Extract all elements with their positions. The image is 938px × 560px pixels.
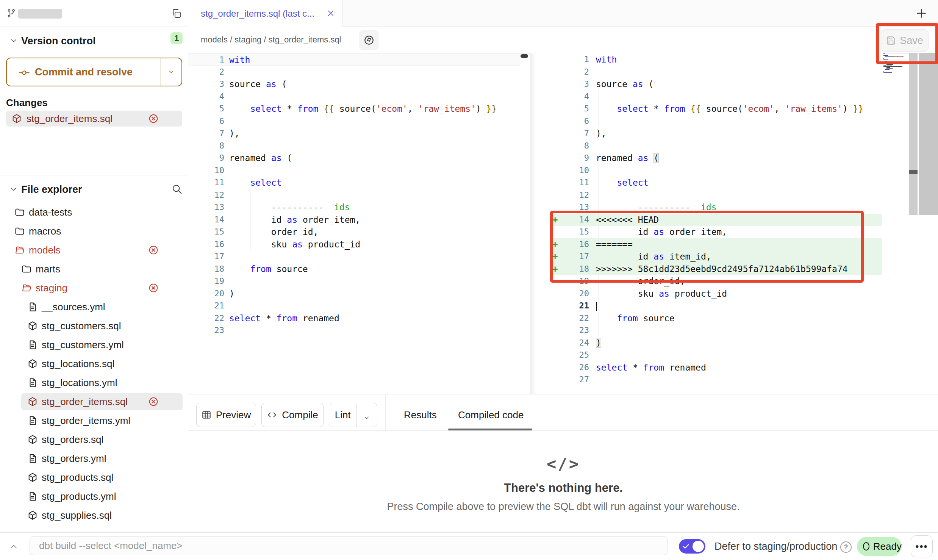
- code-line-18[interactable]: 18 from source: [188, 263, 520, 275]
- code-line-8[interactable]: 8: [530, 140, 883, 152]
- chevron-up-icon[interactable]: [8, 542, 19, 551]
- lint-split-button[interactable]: Lint: [329, 403, 377, 427]
- editor-scrollbar-track[interactable]: [909, 53, 918, 215]
- file-tree-item-marts[interactable]: marts: [0, 260, 188, 278]
- code-line-3[interactable]: 3source as (: [530, 78, 883, 91]
- code-line-22[interactable]: 22select * from renamed: [188, 312, 520, 325]
- tab-compiled-code[interactable]: Compiled code: [458, 409, 524, 421]
- code-line-22[interactable]: 22 from source: [530, 312, 883, 325]
- file-tree-item-stg_customers.yml[interactable]: stg_customers.yml: [0, 335, 188, 354]
- code-line-5[interactable]: 5 select * from {{ source('ecom', 'raw_i…: [188, 103, 520, 115]
- search-icon[interactable]: [171, 183, 183, 195]
- code-line-6[interactable]: 6: [530, 115, 883, 128]
- file-tree-item-stg_customers.sql[interactable]: stg_customers.sql: [0, 316, 188, 335]
- line-number: 21: [188, 300, 224, 312]
- code-line-2[interactable]: 2: [530, 66, 883, 78]
- code-line-1[interactable]: 1with: [188, 53, 520, 66]
- close-icon[interactable]: [327, 9, 335, 17]
- file-name: stg_order_items.yml: [42, 415, 130, 427]
- code-line-26[interactable]: 26select * from renamed: [530, 361, 883, 374]
- lint-dropdown-button[interactable]: [356, 403, 377, 427]
- file-tree-item-stg_orders.yml[interactable]: stg_orders.yml: [0, 449, 188, 468]
- code-line-9[interactable]: 9renamed as (: [188, 152, 520, 164]
- code-line-20[interactable]: 20): [188, 288, 520, 300]
- commit-and-resolve-button[interactable]: Commit and resolve: [6, 58, 182, 86]
- code-line-9[interactable]: 9renamed as (: [530, 152, 883, 164]
- lint-button-label[interactable]: Lint: [329, 409, 356, 421]
- code-line-19[interactable]: 19: [188, 275, 520, 288]
- code-line-11[interactable]: 11 select: [530, 177, 883, 189]
- file-tree-item-stg_products.yml[interactable]: stg_products.yml: [0, 487, 188, 506]
- code-line-1[interactable]: 1with: [530, 53, 883, 66]
- code-line-7[interactable]: 7),: [188, 127, 520, 140]
- file-tree-item-stg_locations.sql[interactable]: stg_locations.sql: [0, 354, 188, 373]
- code-line-5[interactable]: 5 select * from {{ source('ecom', 'raw_i…: [530, 103, 883, 115]
- code-line-14[interactable]: 14 id as order_item,: [188, 214, 520, 226]
- tab-results[interactable]: Results: [404, 409, 437, 421]
- file-tree-item-stg_locations.yml[interactable]: stg_locations.yml: [0, 373, 188, 392]
- chevron-down-icon[interactable]: [9, 186, 18, 193]
- code-line-21[interactable]: 21: [188, 300, 520, 312]
- code-line-12[interactable]: 12: [530, 189, 883, 202]
- code-line-11[interactable]: 11 select: [188, 177, 520, 189]
- code-line-16[interactable]: 16 sku as product_id: [188, 238, 520, 251]
- command-input[interactable]: [30, 536, 668, 555]
- code-line-24[interactable]: 24): [530, 337, 883, 349]
- file-tree-item-models[interactable]: models: [0, 241, 188, 260]
- more-options-button[interactable]: •••: [911, 535, 933, 557]
- compile-button[interactable]: Compile: [261, 403, 324, 427]
- line-number: 11: [530, 177, 589, 189]
- code-line-4[interactable]: 4: [530, 91, 883, 103]
- defer-toggle[interactable]: [679, 539, 705, 554]
- tab-stg-order-items[interactable]: stg_order_items.sql (last c...: [188, 0, 343, 27]
- window-scrollbar-track[interactable]: [919, 53, 938, 215]
- code-line-17[interactable]: 17: [188, 250, 520, 263]
- code-line-3[interactable]: 3source as (: [188, 78, 520, 91]
- file-tree-item-stg_order_items.yml[interactable]: stg_order_items.yml: [0, 411, 188, 430]
- file-tree-item-stg_supplies.sql[interactable]: stg_supplies.sql: [0, 506, 188, 525]
- code-line-25[interactable]: 25: [530, 349, 883, 361]
- code-line-8[interactable]: 8: [188, 140, 520, 152]
- editor-scrollbar-thumb[interactable]: [521, 54, 528, 58]
- code-line-4[interactable]: 4: [188, 91, 520, 103]
- code-line-2[interactable]: 2: [188, 66, 520, 78]
- commit-dropdown-button[interactable]: [161, 58, 181, 86]
- code-line-21[interactable]: 21: [530, 300, 883, 312]
- file-tree-item-__sources.yml[interactable]: __sources.yml: [0, 297, 188, 316]
- file-tree-item-stg_orders.sql[interactable]: stg_orders.sql: [0, 430, 188, 449]
- code-line-6[interactable]: 6: [188, 115, 520, 128]
- git-branch-icon[interactable]: [7, 9, 16, 18]
- discard-change-icon[interactable]: [148, 113, 159, 124]
- discard-change-icon[interactable]: [148, 283, 159, 293]
- code-line-23[interactable]: 23: [530, 324, 883, 337]
- copy-icon[interactable]: [171, 8, 182, 19]
- editor-scrollbar-thumb[interactable]: [909, 170, 918, 174]
- code-line-7[interactable]: 7),: [530, 127, 883, 140]
- chevron-down-icon[interactable]: [9, 37, 18, 45]
- code-line-20[interactable]: 20 sku as product_id: [530, 288, 883, 300]
- new-tab-plus-icon[interactable]: [915, 7, 927, 19]
- code-line-12[interactable]: 12: [188, 189, 520, 202]
- commit-button-label: Commit and resolve: [35, 58, 133, 86]
- file-tree-item-staging[interactable]: staging: [0, 278, 188, 297]
- code-line-15[interactable]: 15 order_id,: [188, 226, 520, 238]
- file-tree-item-data-tests[interactable]: data-tests: [0, 203, 188, 222]
- discard-change-icon[interactable]: [148, 396, 159, 407]
- preview-button[interactable]: Preview: [196, 403, 256, 427]
- help-icon[interactable]: ?: [840, 541, 852, 553]
- code-line-10[interactable]: 10: [530, 164, 883, 177]
- code-line-23[interactable]: 23: [188, 324, 520, 337]
- file-tree-item-stg_products.sql[interactable]: stg_products.sql: [0, 468, 188, 487]
- file-tree-item-stg_order_items.sql[interactable]: stg_order_items.sql: [0, 392, 188, 411]
- file-tree-item-macros[interactable]: macros: [0, 222, 188, 241]
- code-line-10[interactable]: 10: [188, 164, 520, 177]
- file-name: __sources.yml: [42, 301, 105, 313]
- code-line-27[interactable]: 27: [530, 374, 883, 386]
- discard-change-icon[interactable]: [148, 245, 159, 255]
- save-button[interactable]: Save: [881, 29, 929, 52]
- editor-last-commit[interactable]: 1with23source as (45 select * from {{ so…: [188, 53, 520, 341]
- line-number: 1: [530, 53, 589, 66]
- code-line-13[interactable]: 13 ---------- ids: [188, 201, 520, 214]
- lineage-button[interactable]: [359, 30, 379, 50]
- changed-file-row[interactable]: stg_order_items.sql: [6, 111, 182, 127]
